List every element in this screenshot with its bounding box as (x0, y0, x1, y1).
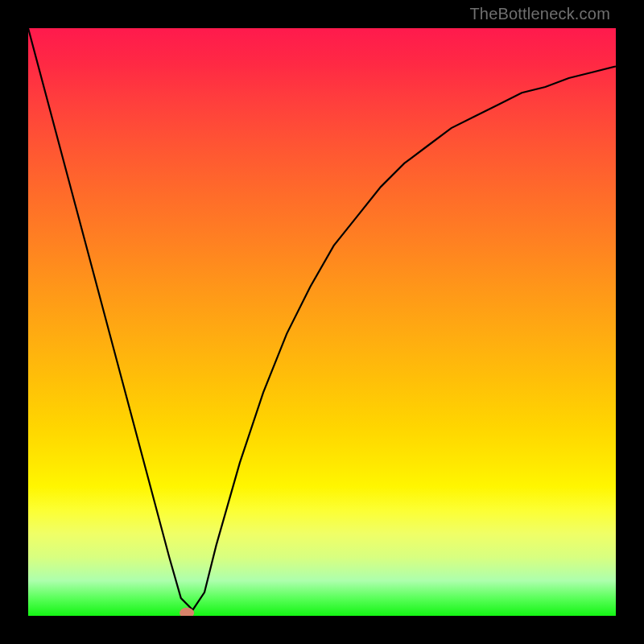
chart-container: TheBottleneck.com (0, 0, 644, 644)
attribution-text: TheBottleneck.com (469, 5, 610, 23)
plot-area (28, 28, 616, 616)
bottleneck-curve (28, 28, 616, 616)
curve-path (28, 28, 616, 610)
